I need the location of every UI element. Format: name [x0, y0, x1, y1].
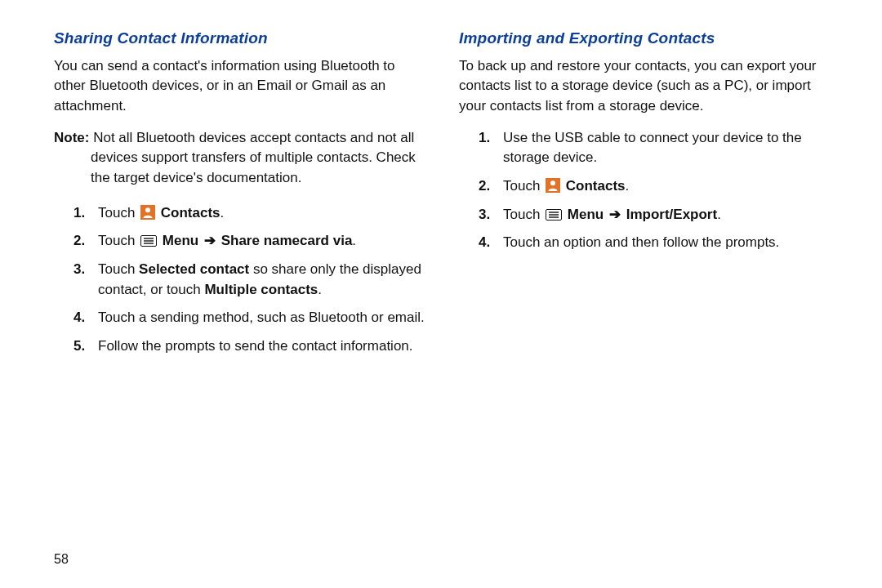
- import-export-label: Import/Export: [626, 207, 717, 222]
- contacts-label: Contacts: [566, 178, 626, 194]
- step-1: Use the USB cable to connect your device…: [503, 128, 835, 168]
- step-text: .: [318, 282, 322, 297]
- step-1: Touch Contacts.: [98, 203, 430, 224]
- left-column: Sharing Contact Information You can send…: [54, 29, 430, 572]
- intro-importing: To back up and restore your contacts, yo…: [459, 56, 835, 117]
- svg-point-1: [145, 207, 150, 212]
- menu-icon: [140, 235, 157, 247]
- note-body: Not all Bluetooth devices accept contact…: [91, 130, 416, 185]
- step-text: .: [717, 207, 721, 222]
- step-text: Touch: [98, 261, 139, 277]
- contacts-label: Contacts: [161, 205, 220, 220]
- step-text: Touch: [98, 205, 139, 220]
- note-block: Note: Not all Bluetooth devices accept c…: [54, 128, 430, 189]
- menu-label: Menu: [568, 207, 604, 222]
- step-2: Touch Menu ➔ Share namecard via.: [98, 231, 430, 252]
- step-2: Touch Contacts.: [503, 176, 835, 197]
- step-text: .: [626, 178, 630, 194]
- contacts-icon: [140, 205, 155, 220]
- steps-importing: Use the USB cable to connect your device…: [459, 128, 835, 253]
- intro-sharing: You can send a contact's information usi…: [54, 56, 430, 117]
- step-3: Touch Menu ➔ Import/Export.: [503, 205, 835, 225]
- share-label: Share namecard via: [221, 233, 353, 248]
- step-3: Touch Selected contact so share only the…: [98, 260, 430, 300]
- step-text: .: [220, 205, 225, 220]
- manual-page: Sharing Contact Information You can send…: [0, 0, 882, 588]
- steps-sharing: Touch Contacts. Touch Menu ➔ Share namec…: [54, 203, 430, 357]
- page-number: 58: [54, 552, 69, 567]
- multiple-contacts-label: Multiple contacts: [204, 282, 318, 297]
- step-text: Touch: [503, 178, 544, 194]
- menu-icon: [546, 209, 562, 220]
- step-text: Touch: [503, 207, 544, 222]
- arrow-icon: ➔: [204, 233, 216, 248]
- step-5: Follow the prompts to send the contact i…: [98, 336, 430, 357]
- menu-label: Menu: [163, 233, 198, 248]
- heading-importing: Importing and Exporting Contacts: [459, 29, 835, 48]
- arrow-icon: ➔: [609, 207, 621, 222]
- right-column: Importing and Exporting Contacts To back…: [459, 29, 835, 572]
- step-text: Touch: [98, 233, 139, 248]
- step-text: .: [352, 233, 356, 248]
- step-4: Touch an option and then follow the prom…: [503, 233, 835, 253]
- note-label: Note:: [54, 130, 89, 145]
- step-4: Touch a sending method, such as Bluetoot…: [98, 308, 430, 328]
- contacts-icon: [546, 178, 560, 193]
- svg-point-7: [550, 180, 555, 185]
- heading-sharing: Sharing Contact Information: [54, 29, 430, 48]
- selected-contact-label: Selected contact: [139, 261, 249, 277]
